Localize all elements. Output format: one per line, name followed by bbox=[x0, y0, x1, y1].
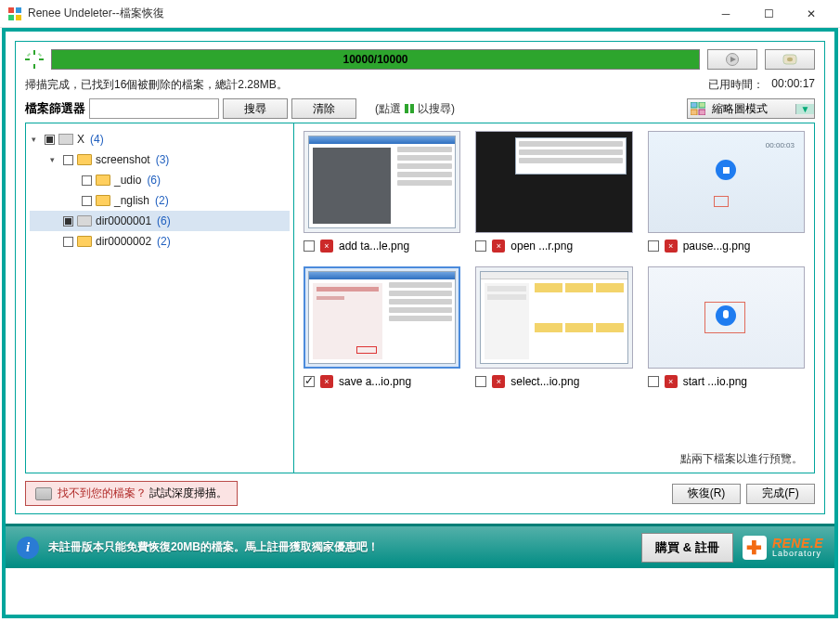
tree-node-dir1[interactable]: dir0000001(6) bbox=[30, 211, 290, 231]
folder-icon bbox=[77, 236, 92, 247]
checkbox[interactable] bbox=[648, 240, 659, 252]
drive-icon bbox=[58, 134, 73, 145]
disk-icon bbox=[35, 487, 52, 500]
checkbox[interactable] bbox=[304, 240, 315, 252]
finish-button[interactable]: 完成(F) bbox=[746, 484, 815, 504]
app-icon bbox=[7, 6, 22, 21]
search-hint: (點選 以搜尋) bbox=[375, 101, 455, 117]
view-mode-label: 縮略圖模式 bbox=[708, 101, 795, 117]
view-mode-selector[interactable]: 縮略圖模式 ▼ bbox=[687, 98, 815, 119]
svg-rect-0 bbox=[8, 7, 14, 13]
svg-rect-5 bbox=[33, 64, 35, 69]
info-icon: i bbox=[17, 537, 39, 559]
maximize-button[interactable]: ☐ bbox=[747, 0, 790, 28]
file-thumb[interactable]: ×open ...r.png bbox=[475, 131, 632, 255]
scan-status-text: 掃描完成，已找到16個被刪除的檔案，總計2.28MB。 bbox=[25, 77, 708, 93]
tree-node-dir2[interactable]: dir0000002(2) bbox=[30, 231, 290, 252]
elapsed-label: 已用時間： bbox=[708, 77, 764, 93]
file-name: select...io.png bbox=[510, 375, 579, 388]
file-thumb[interactable]: ×save a...io.png bbox=[304, 266, 460, 391]
svg-rect-2 bbox=[8, 15, 14, 20]
elapsed-value: 00:00:17 bbox=[771, 77, 815, 93]
file-thumb[interactable]: ×start ...io.png bbox=[648, 266, 805, 391]
plus-icon: ✚ bbox=[743, 536, 767, 560]
brand-logo: ✚ RENE.ELaboratory bbox=[743, 536, 823, 560]
svg-rect-8 bbox=[27, 53, 31, 57]
tree-node-udio[interactable]: _udio(6) bbox=[30, 170, 290, 190]
file-thumb[interactable]: 00:00:03 ×pause...g.png bbox=[648, 131, 805, 255]
svg-rect-6 bbox=[25, 58, 30, 60]
svg-rect-15 bbox=[691, 110, 697, 115]
svg-rect-7 bbox=[39, 58, 44, 60]
minimize-button[interactable]: ─ bbox=[704, 0, 747, 28]
checkbox[interactable] bbox=[475, 376, 486, 387]
svg-rect-1 bbox=[16, 7, 21, 13]
bars-icon bbox=[405, 104, 414, 113]
checkbox[interactable] bbox=[82, 196, 92, 206]
search-button[interactable]: 搜尋 bbox=[223, 98, 288, 119]
thumbnail-pane: ×add ta...le.png ×open ...r.png bbox=[294, 123, 815, 473]
svg-rect-4 bbox=[33, 50, 35, 55]
folder-icon bbox=[96, 195, 110, 206]
deleted-icon: × bbox=[492, 240, 505, 253]
chevron-down-icon[interactable]: ▼ bbox=[795, 104, 814, 114]
deleted-icon: × bbox=[665, 240, 678, 253]
file-thumb[interactable]: ×select...io.png bbox=[475, 266, 632, 391]
svg-rect-3 bbox=[16, 15, 21, 20]
tree-node-screenshot[interactable]: ▾ screenshot(3) bbox=[30, 149, 290, 170]
svg-rect-16 bbox=[699, 110, 705, 115]
svg-point-12 bbox=[787, 58, 793, 61]
deep-scan-button[interactable]: 找不到您的檔案？ 試試深度掃描。 bbox=[25, 481, 238, 506]
checkbox[interactable] bbox=[63, 155, 73, 165]
folder-icon bbox=[96, 175, 110, 186]
progress-bar: 10000/10000 bbox=[51, 49, 700, 70]
file-thumb[interactable]: ×add ta...le.png bbox=[304, 131, 460, 255]
folder-icon bbox=[77, 215, 92, 227]
titlebar: Renee Undeleter--檔案恢復 ─ ☐ ✕ bbox=[0, 0, 840, 28]
thumbnail-icon bbox=[688, 102, 708, 115]
file-name: start ...io.png bbox=[683, 375, 747, 388]
checkbox[interactable] bbox=[304, 376, 315, 387]
progress-text: 10000/10000 bbox=[342, 53, 407, 66]
app-frame: 10000/10000 掃描完成，已找到16個被刪除的檔案，總計2.28MB。 … bbox=[2, 28, 838, 618]
spinner-icon bbox=[25, 50, 44, 69]
window-title: Renee Undeleter--檔案恢復 bbox=[28, 6, 704, 21]
deleted-icon: × bbox=[492, 375, 505, 388]
svg-rect-14 bbox=[699, 102, 705, 108]
clear-button[interactable]: 清除 bbox=[291, 98, 356, 119]
svg-rect-9 bbox=[38, 53, 42, 57]
play-button[interactable] bbox=[707, 49, 757, 70]
checkbox[interactable] bbox=[63, 216, 73, 227]
recover-button[interactable]: 恢復(R) bbox=[672, 484, 741, 504]
filter-label: 檔案篩選器 bbox=[25, 100, 85, 117]
file-name: pause...g.png bbox=[683, 240, 751, 253]
tree-node-root[interactable]: ▾ X(4) bbox=[30, 129, 290, 149]
file-name: open ...r.png bbox=[510, 240, 573, 253]
preview-hint: 點兩下檔案以進行預覽。 bbox=[680, 451, 803, 467]
checkbox[interactable] bbox=[475, 240, 486, 252]
svg-rect-13 bbox=[691, 102, 697, 108]
buy-register-button[interactable]: 購買 & 註冊 bbox=[641, 533, 733, 563]
deleted-icon: × bbox=[665, 375, 678, 388]
deleted-icon: × bbox=[320, 375, 333, 388]
folder-tree[interactable]: ▾ X(4) ▾ screenshot(3) _udio(6) bbox=[25, 123, 294, 473]
filter-input[interactable] bbox=[89, 98, 219, 119]
footer-message: 未註冊版本只能免費恢復20MB的檔案。馬上註冊獲取獨家優惠吧！ bbox=[48, 539, 632, 555]
checkbox[interactable] bbox=[82, 175, 92, 186]
checkbox[interactable] bbox=[45, 135, 55, 145]
file-name: add ta...le.png bbox=[339, 240, 409, 253]
deleted-icon: × bbox=[320, 240, 333, 253]
stop-button[interactable] bbox=[765, 49, 815, 70]
footer-bar: i 未註冊版本只能免費恢復20MB的檔案。馬上註冊獲取獨家優惠吧！ 購買 & 註… bbox=[6, 524, 834, 568]
checkbox[interactable] bbox=[63, 237, 73, 247]
file-name: save a...io.png bbox=[339, 375, 411, 388]
checkbox[interactable] bbox=[648, 376, 659, 387]
folder-icon bbox=[77, 154, 92, 165]
tree-node-nglish[interactable]: _nglish(2) bbox=[30, 190, 290, 211]
close-button[interactable]: ✕ bbox=[790, 0, 833, 28]
